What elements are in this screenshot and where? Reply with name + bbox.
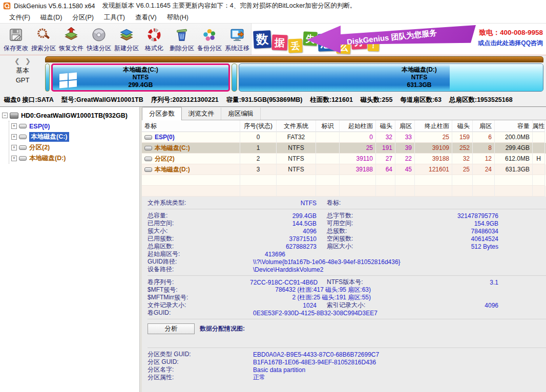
detail-value: Basic data partition: [250, 366, 305, 374]
table-row-3[interactable]: 本地磁盘(D:)3NTFS3918864451216012524631.3GB: [142, 164, 546, 175]
prev-disk-arrow-icon[interactable]: ❮: [14, 57, 20, 65]
table-cell: NTFS: [277, 154, 316, 164]
table-cell: 39110: [340, 154, 376, 164]
disk-info-item-4: 柱面数:121601: [310, 96, 352, 104]
menu-item-5[interactable]: 帮助(H): [162, 12, 194, 23]
right-panel: 分区参数浏览文件扇区编辑 卷标序号(状态)文件系统标识起始柱面磁头扇区终止柱面磁…: [142, 107, 546, 392]
table-header-cell[interactable]: 属性: [533, 120, 545, 132]
tree-item-2[interactable]: +分区(2): [9, 142, 138, 153]
tab-1[interactable]: 浏览文件: [182, 107, 221, 120]
table-cell: [395, 175, 415, 186]
tree-item-3[interactable]: +本地磁盘(D:): [9, 153, 138, 164]
backup-partition-icon: [201, 27, 218, 43]
detail-value: B1FA167B-1E06-48E3-94EF-81052816D436: [250, 359, 376, 366]
toolbar-button-6[interactable]: 删除分区: [168, 25, 196, 54]
detail-label: 设备路径:: [148, 265, 250, 274]
detail-row: $MFTMirr簇号:2 (柱面:25 磁头:191 扇区:55): [148, 294, 546, 301]
tab-0[interactable]: 分区参数: [142, 107, 182, 120]
toolbar-button-7[interactable]: 备份分区: [196, 25, 223, 54]
detail-row: 分区属性:正常: [148, 374, 546, 381]
table-cell: 0: [340, 132, 376, 143]
recover-files-icon: [63, 27, 79, 43]
table-header-cell[interactable]: 卷标: [142, 120, 240, 132]
menu-item-4[interactable]: 查看(V): [130, 12, 162, 23]
expand-box-icon[interactable]: +: [11, 145, 17, 150]
disk-info-item-2: 序列号:2023121300221: [151, 96, 219, 104]
disk-partition-本地磁盘(C:)[interactable]: 本地磁盘(C:)NTFS299.4GB: [51, 63, 230, 92]
expand-box-icon[interactable]: +: [11, 123, 17, 129]
detail-value: 4096: [250, 228, 317, 235]
partition-bar-text: 本地磁盘(C:): [123, 66, 158, 74]
table-header-cell[interactable]: 终止柱面: [415, 120, 452, 132]
disk-navigator: ❮ ❯ 基本 GPT: [0, 55, 45, 94]
table-header-cell[interactable]: 扇区: [395, 120, 415, 132]
detail-row: 分区名字:Basic data partition: [148, 366, 546, 374]
detail-value: 144.5GB: [250, 220, 317, 227]
table-cell: 252: [452, 143, 473, 154]
disk-partition-本地磁盘(D:)[interactable]: 本地磁盘(D:)NTFS631.3GB: [239, 63, 543, 92]
table-cell: 33: [395, 132, 415, 143]
banner-tile: 丢: [288, 38, 303, 53]
table-cell: H: [533, 154, 545, 164]
table-header-cell[interactable]: 文件系统: [277, 120, 316, 132]
toolbar-button-5[interactable]: 格式化: [140, 25, 168, 54]
expand-box-icon[interactable]: +: [11, 156, 17, 161]
menu-item-1[interactable]: 磁盘(D): [35, 12, 67, 23]
table-row-4[interactable]: [142, 175, 546, 186]
detail-row: 分区 GUID:B1FA167B-1E06-48E3-94EF-81052816…: [148, 358, 546, 366]
toolbar-button-0[interactable]: 保存更改: [2, 25, 30, 54]
table-row-2[interactable]: 分区(2)2NTFS391102722391883212612.0MBH: [142, 154, 546, 164]
disk-partition-ESP(0)[interactable]: [45, 63, 50, 92]
menu-item-3[interactable]: 工具(T): [99, 12, 130, 23]
table-cell: [533, 175, 545, 186]
toolbar-button-1[interactable]: 搜索分区: [30, 25, 57, 54]
table-cell: 8: [473, 143, 495, 154]
table-cell: NTFS: [277, 164, 316, 175]
table-cell: 3: [240, 164, 277, 175]
disk-info-item-0: 磁盘0 接口:SATA: [4, 96, 54, 104]
table-row-0[interactable]: ESP(0)0FAT3203233251596200.0MB: [142, 132, 546, 143]
banner-contact[interactable]: 致电：400-008-9958 或点击此处选择QQ咨询: [478, 28, 543, 48]
expand-box-icon[interactable]: +: [11, 134, 17, 140]
detail-label: 索引记录大小:: [327, 301, 404, 310]
tree-root-hd0[interactable]: −HD0:GreatWallGW10001TB(932GB): [2, 110, 138, 121]
row-label: 本地磁盘(D:): [155, 165, 190, 174]
table-cell: [495, 175, 533, 186]
toolbar-button-label: 备份分区: [197, 44, 222, 53]
table-row-1[interactable]: 本地磁盘(C:)1NTFS2519139391092528299.4GB: [142, 143, 546, 154]
table-header-cell[interactable]: 序号(状态): [240, 120, 277, 132]
menu-item-0[interactable]: 文件(F): [4, 12, 35, 23]
tab-2[interactable]: 扇区编辑: [221, 107, 261, 120]
table-header-cell[interactable]: 磁头: [452, 120, 473, 132]
row-label: ESP(0): [155, 134, 175, 141]
toolbar-button-2[interactable]: 恢复文件: [57, 25, 85, 54]
menu-item-2[interactable]: 分区(P): [67, 12, 99, 23]
table-header-cell[interactable]: 扇区: [473, 120, 495, 132]
table-cell: [316, 132, 340, 143]
detail-label: 扇区大小:: [327, 242, 404, 251]
toolbar-button-label: 恢复文件: [59, 44, 83, 53]
next-disk-arrow-icon[interactable]: ❯: [25, 57, 31, 65]
table-cell: [495, 186, 533, 197]
table-header-cell[interactable]: 起始柱面: [340, 120, 376, 132]
tree-item-0[interactable]: +ESP(0): [9, 121, 138, 132]
table-cell: [316, 186, 340, 197]
table-row-5[interactable]: [142, 186, 546, 197]
collapse-box-icon[interactable]: −: [2, 113, 8, 118]
table-cell: [473, 186, 495, 197]
table-header-cell[interactable]: 磁头: [376, 120, 395, 132]
disk-partition-分区(2)[interactable]: [232, 63, 237, 92]
table-header-cell[interactable]: 容量: [495, 120, 533, 132]
banner-qq-link[interactable]: 或点击此处选择QQ咨询: [478, 39, 543, 48]
tree-item-1[interactable]: +本地磁盘(C:): [9, 132, 138, 142]
analyze-button[interactable]: 分析: [148, 323, 195, 334]
toolbar-button-4[interactable]: 新建分区: [113, 25, 140, 54]
detail-row: 簇大小:4096总簇数:78486034: [148, 227, 546, 235]
table-cell: [340, 175, 376, 186]
toolbar-button-3[interactable]: 快速分区: [85, 25, 113, 54]
table-header-cell[interactable]: 标识: [316, 120, 340, 132]
disk-info-item-1: 型号:GreatWallGW10001TB: [61, 96, 143, 104]
toolbar-button-8[interactable]: 系统迁移: [223, 25, 251, 54]
table-cell: 12: [473, 154, 495, 164]
promo-banner[interactable]: 数据丢失怎么办！ DiskGenius 团队为您服务 致电：400-008-99…: [251, 24, 546, 55]
